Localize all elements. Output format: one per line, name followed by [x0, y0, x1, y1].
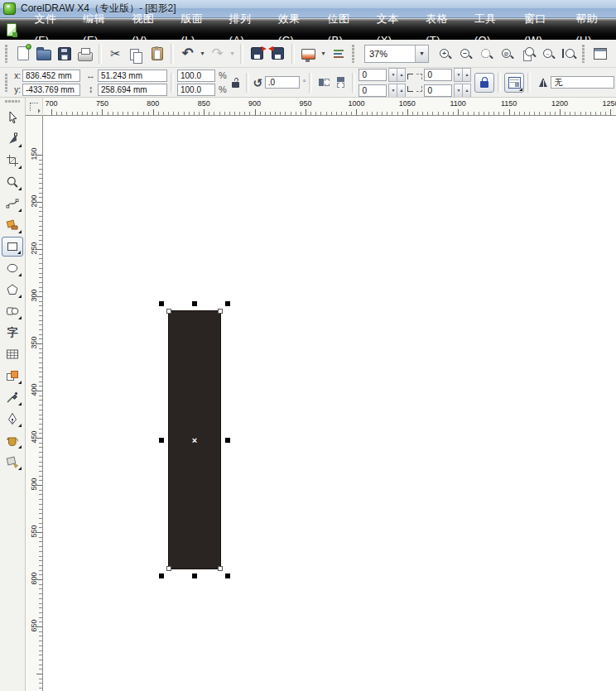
spinner[interactable] [455, 84, 471, 98]
nonproportional-scaling-lock-icon[interactable] [232, 82, 239, 88]
toolbox-grip[interactable] [5, 100, 20, 103]
welcome-screen-button[interactable] [328, 43, 349, 64]
selection-handle-top-left[interactable] [159, 301, 164, 306]
corner-radius-top-left-field[interactable] [359, 69, 387, 81]
undo-button[interactable]: ↶ [177, 43, 198, 64]
tool-shape-tool[interactable] [2, 129, 23, 149]
tool-smart-fill-tool[interactable] [2, 215, 23, 235]
coreldraw-app-icon[interactable] [3, 2, 16, 15]
application-launcher-button[interactable] [298, 43, 319, 64]
tool-text-tool[interactable]: 字 [2, 323, 23, 343]
round-corners-together-lock-button[interactable] [474, 73, 494, 93]
hruler-label-900: 900 [248, 99, 261, 108]
tool-eyedropper-tool[interactable] [2, 387, 23, 407]
import-button[interactable] [247, 43, 267, 64]
spinner[interactable] [455, 68, 471, 82]
tool-ellipse-tool[interactable] [2, 258, 23, 278]
mirror-vertical-button[interactable] [332, 74, 349, 91]
selection-handle-top-right[interactable] [225, 301, 230, 306]
tool-blend-tool[interactable] [2, 366, 23, 386]
rotation-icon [253, 77, 263, 89]
copy-button[interactable] [126, 43, 147, 64]
toolbar-grip[interactable] [5, 45, 9, 63]
chevron-down-icon[interactable]: ▼ [415, 46, 428, 62]
hruler-label-1050: 1050 [399, 99, 416, 108]
hruler-label-800: 800 [147, 99, 159, 108]
corner-node[interactable] [218, 566, 223, 571]
redo-button[interactable]: ↷ [207, 43, 228, 64]
y-position-field[interactable] [22, 84, 80, 96]
paste-button[interactable] [147, 43, 167, 64]
outline-width-dropdown[interactable] [551, 76, 614, 89]
tool-zoom-tool[interactable] [2, 172, 23, 192]
spinner[interactable] [389, 84, 406, 98]
vruler-label-300: 300 [30, 287, 38, 304]
object-width-field[interactable] [98, 70, 167, 82]
y-label: y: [12, 85, 21, 94]
zoom-to-page-button[interactable] [517, 43, 537, 64]
corner-radius-top-right-field[interactable] [424, 69, 452, 81]
dropdown-arrow[interactable]: ▾ [319, 43, 328, 64]
selected-rectangle-shape[interactable]: × [168, 310, 221, 569]
zoom-to-all-objects-button[interactable]: @ [496, 43, 517, 64]
corner-node[interactable] [166, 309, 171, 314]
dropdown-arrow[interactable]: ▾ [228, 43, 237, 64]
save-button[interactable] [54, 43, 75, 64]
export-button[interactable] [267, 43, 288, 64]
x-label: x: [12, 71, 21, 80]
tool-pick-tool[interactable] [2, 108, 23, 127]
selection-handle-middle-right[interactable] [225, 438, 230, 443]
ruler-origin[interactable] [26, 98, 43, 116]
new-document-button[interactable] [12, 43, 33, 64]
tool-rectangle-tool[interactable] [2, 237, 23, 257]
spinner[interactable] [389, 68, 406, 82]
tool-fill-tool[interactable] [2, 430, 23, 450]
tool-outline-pen-tool[interactable] [2, 409, 23, 429]
scale-horizontal-field[interactable] [177, 70, 215, 82]
cut-button[interactable]: ✂ [105, 43, 126, 64]
toolbar-grip[interactable] [5, 74, 9, 92]
zoom-to-selection-button[interactable] [475, 43, 496, 64]
tool-interactive-fill-tool[interactable] [2, 452, 23, 472]
object-height-field[interactable] [98, 84, 167, 96]
corner-radius-bottom-left-field[interactable] [359, 84, 387, 97]
toolbar-grip[interactable] [352, 45, 356, 63]
document-icon[interactable] [7, 23, 17, 36]
x-position-field[interactable] [22, 70, 80, 82]
zoom-to-page-height-button[interactable] [558, 43, 579, 64]
dropdown-arrow[interactable]: ▾ [198, 43, 207, 64]
hruler-label-1150: 1150 [501, 99, 517, 108]
selection-handle-top-middle[interactable] [192, 301, 197, 306]
print-button[interactable] [75, 43, 95, 64]
mirror-horizontal-button[interactable] [315, 74, 332, 91]
tool-freehand-tool[interactable] [2, 194, 23, 214]
zoom-out-button[interactable]: − [455, 43, 475, 64]
wrap-paragraph-text-button[interactable] [504, 73, 524, 93]
tool-table-tool[interactable] [2, 344, 23, 364]
rotation-angle-field[interactable] [265, 76, 300, 89]
snap-to-button[interactable] [590, 43, 610, 64]
open-button[interactable] [33, 43, 54, 64]
crop-tool-icon [6, 154, 19, 167]
zoom-level-combo[interactable]: 37%▼ [364, 45, 429, 63]
selection-handle-bottom-right[interactable] [225, 573, 230, 578]
corner-node[interactable] [218, 309, 223, 314]
horizontal-ruler[interactable]: 7007508008509009501000105011001150120012… [43, 98, 616, 116]
toolbar-grip[interactable] [582, 45, 586, 63]
corner-radius-bottom-right-field[interactable] [424, 84, 452, 97]
scale-vertical-field[interactable] [177, 84, 215, 96]
object-position-group: x: y: [12, 70, 80, 96]
object-center-mark[interactable]: × [192, 434, 197, 444]
tool-crop-tool[interactable] [2, 151, 23, 170]
tool-polygon-tool[interactable] [2, 280, 23, 300]
zoom-to-page-width-button[interactable]: ↔ [537, 43, 558, 64]
canvas[interactable]: × [43, 116, 616, 691]
zoom-in-button[interactable]: + [434, 43, 455, 64]
vertical-ruler[interactable]: 150200250300350400450500550600650 [26, 116, 43, 691]
selection-handle-middle-left[interactable] [159, 438, 164, 443]
selection-handle-bottom-left[interactable] [159, 573, 164, 578]
corner-node[interactable] [166, 566, 171, 571]
fill-tool-icon [6, 434, 19, 447]
tool-basic-shapes-tool[interactable] [2, 301, 23, 321]
selection-handle-bottom-middle[interactable] [192, 573, 197, 578]
